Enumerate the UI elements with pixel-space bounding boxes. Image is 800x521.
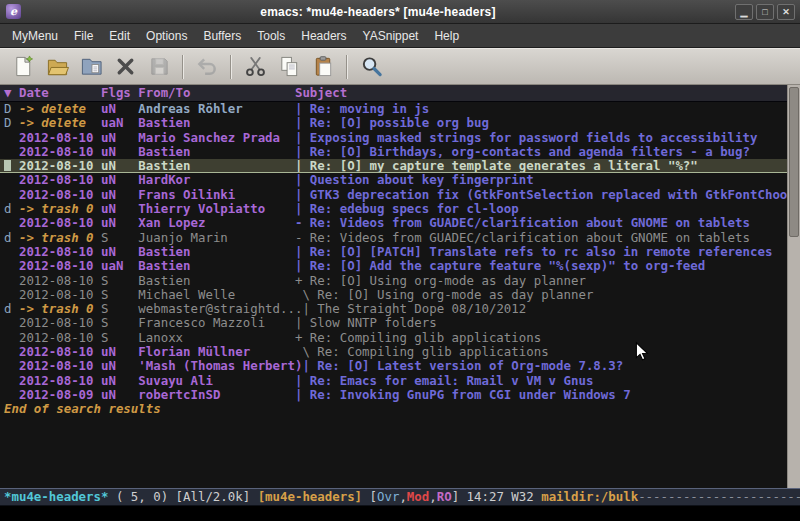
row-subject: - Re: Videos from GUADEC/clarification a… xyxy=(295,231,750,245)
message-row[interactable]: 2012-08-10 uN Xan Lopez - Re: Videos fro… xyxy=(0,216,787,230)
search-button[interactable] xyxy=(356,52,386,81)
minibuffer[interactable] xyxy=(0,506,800,521)
dired-button[interactable] xyxy=(76,52,106,81)
modeline-segment: ----------------------------------------… xyxy=(638,489,800,504)
row-mark-margin: d xyxy=(4,231,19,245)
row-flags: uN xyxy=(101,202,138,216)
modeline-segment: maildir:/bulk xyxy=(541,489,638,504)
row-date: 2012-08-10 xyxy=(19,316,101,330)
message-row[interactable]: 2012-08-10 uaN Bastien | Re: [O] Add the… xyxy=(0,259,787,273)
open-file-button[interactable] xyxy=(42,52,72,81)
message-row[interactable]: 2012-08-10 S Bastien + Re: [O] Using org… xyxy=(0,274,787,288)
row-flags: uN xyxy=(101,145,138,159)
maximize-button[interactable]: □ xyxy=(756,4,774,20)
row-from: Bastien xyxy=(138,116,295,130)
close-button[interactable]: ✕ xyxy=(777,4,795,20)
menu-item-buffers[interactable]: Buffers xyxy=(195,26,249,46)
cut-button[interactable] xyxy=(240,52,270,81)
row-flags: uN xyxy=(101,359,138,373)
message-row[interactable]: 2012-08-10 uN HardKor | Question about k… xyxy=(0,173,787,187)
row-date: 2012-08-10 xyxy=(19,345,101,359)
dired-icon xyxy=(80,55,103,78)
row-flags: uN xyxy=(101,216,138,230)
window-title: emacs: *mu4e-headers* [mu4e-headers] xyxy=(21,5,735,19)
row-date: 2012-08-09 xyxy=(19,388,101,402)
header-line: ▼ Date Flgs From/To Subject xyxy=(0,85,787,102)
row-date: 2012-08-10 xyxy=(19,331,101,345)
row-mark-margin xyxy=(4,316,19,330)
new-file-button[interactable] xyxy=(8,52,38,81)
message-row[interactable]: 2012-08-09 uN robertcInSD | Re: Invoking… xyxy=(0,388,787,402)
row-date: 2012-08-10 xyxy=(19,259,101,273)
message-row[interactable]: 2012-08-10 S Michael Welle \ Re: [O] Usi… xyxy=(0,288,787,302)
save-buffer-icon xyxy=(148,55,171,78)
message-row[interactable]: D -> delete uaN Bastien | Re: [O] possib… xyxy=(0,116,787,130)
row-flags: uN xyxy=(101,159,138,173)
message-row[interactable]: d -> trash 0 S Juanjo Marin - Re: Videos… xyxy=(0,231,787,245)
undo-icon xyxy=(196,55,219,78)
titlebar[interactable]: e emacs: *mu4e-headers* [mu4e-headers] ▁… xyxy=(0,0,800,24)
modeline-segment: ] 14:27 W32 xyxy=(452,489,542,504)
emacs-icon: e xyxy=(6,4,21,19)
row-date: 2012-08-10 xyxy=(19,159,101,173)
row-flags: uN xyxy=(101,388,138,402)
row-date: 2012-08-10 xyxy=(19,288,101,302)
message-row[interactable]: 2012-08-10 uN Suvayu Ali | Re: Emacs for… xyxy=(0,374,787,388)
modeline-segment: [ xyxy=(362,489,377,504)
row-date: 2012-08-10 xyxy=(19,359,101,373)
row-mark-margin xyxy=(4,188,19,202)
copy-button[interactable] xyxy=(274,52,304,81)
row-mark-margin xyxy=(4,288,19,302)
menu-item-options[interactable]: Options xyxy=(138,26,195,46)
buffer-content: ▼ Date Flgs From/To Subject D -> delete … xyxy=(0,85,800,488)
row-flags: uN xyxy=(101,245,138,259)
row-flags: uaN xyxy=(101,116,138,130)
menu-item-edit[interactable]: Edit xyxy=(101,26,138,46)
row-flags: S xyxy=(101,331,138,345)
scrollbar-thumb[interactable] xyxy=(789,87,799,237)
row-subject: + Re: [O] Using org-mode as day planner xyxy=(295,274,586,288)
minimize-button[interactable]: ▁ xyxy=(735,4,753,20)
row-date: -> trash 0 xyxy=(19,302,101,316)
paste-button[interactable] xyxy=(308,52,338,81)
message-row[interactable]: D -> delete uN Andreas Röhler | Re: movi… xyxy=(0,102,787,116)
menu-item-help[interactable]: Help xyxy=(426,26,467,46)
message-row[interactable]: 2012-08-10 S Lanoxx + Re: Compiling glib… xyxy=(0,331,787,345)
scrollbar[interactable] xyxy=(787,85,800,488)
window-buttons: ▁ □ ✕ xyxy=(735,4,795,20)
row-subject: | Re: moving in js xyxy=(295,102,429,116)
row-flags: uN xyxy=(101,188,138,202)
message-row[interactable]: 2012-08-10 uN Bastien | Re: [O] [PATCH] … xyxy=(0,245,787,259)
menu-item-tools[interactable]: Tools xyxy=(249,26,293,46)
row-mark-margin xyxy=(4,345,19,359)
message-row[interactable]: d -> trash 0 S webmaster@straightd...| T… xyxy=(0,302,787,316)
row-flags: S xyxy=(101,231,138,245)
message-row[interactable]: 2012-08-10 uN Frans Oilinki | GTK3 depre… xyxy=(0,188,787,202)
menu-item-headers[interactable]: Headers xyxy=(293,26,354,46)
copy-icon xyxy=(278,55,301,78)
row-mark-margin xyxy=(4,131,19,145)
kill-buffer-button[interactable] xyxy=(110,52,140,81)
menu-item-mymenu[interactable]: MyMenu xyxy=(4,26,66,46)
modeline-segment: Mod xyxy=(407,489,429,504)
menu-item-file[interactable]: File xyxy=(66,26,101,46)
row-date: 2012-08-10 xyxy=(19,274,101,288)
row-from: HardKor xyxy=(138,173,295,187)
undo-button xyxy=(192,52,222,81)
row-from: Bastien xyxy=(138,274,295,288)
menu-item-yasnippet[interactable]: YASnippet xyxy=(355,26,427,46)
message-row[interactable]: 2012-08-10 uN Mario Sanchez Prada | Expo… xyxy=(0,131,787,145)
message-row[interactable]: 2012-08-10 uN Bastien | Re: [O] my captu… xyxy=(0,159,787,173)
row-from: Mario Sanchez Prada xyxy=(138,131,295,145)
message-row[interactable]: 2012-08-10 uN Florian Müllner \ Re: Comp… xyxy=(0,345,787,359)
message-row[interactable]: 2012-08-10 S Francesco Mazzoli | Slow NN… xyxy=(0,316,787,330)
message-row[interactable]: 2012-08-10 uN Bastien | Re: [O] Birthday… xyxy=(0,145,787,159)
mu4e-headers-buffer[interactable]: ▼ Date Flgs From/To Subject D -> delete … xyxy=(0,85,787,488)
row-from: Bastien xyxy=(138,259,295,273)
message-row[interactable]: 2012-08-10 uN 'Mash (Thomas Herbert)| Re… xyxy=(0,359,787,373)
row-mark-margin: d xyxy=(4,302,19,316)
row-subject: | Slow NNTP folders xyxy=(295,316,437,330)
row-subject: | Re: edebug specs for cl-loop xyxy=(295,202,519,216)
message-row[interactable]: d -> trash 0 uN Thierry Volpiatto | Re: … xyxy=(0,202,787,216)
modeline-segment: RO xyxy=(437,489,452,504)
